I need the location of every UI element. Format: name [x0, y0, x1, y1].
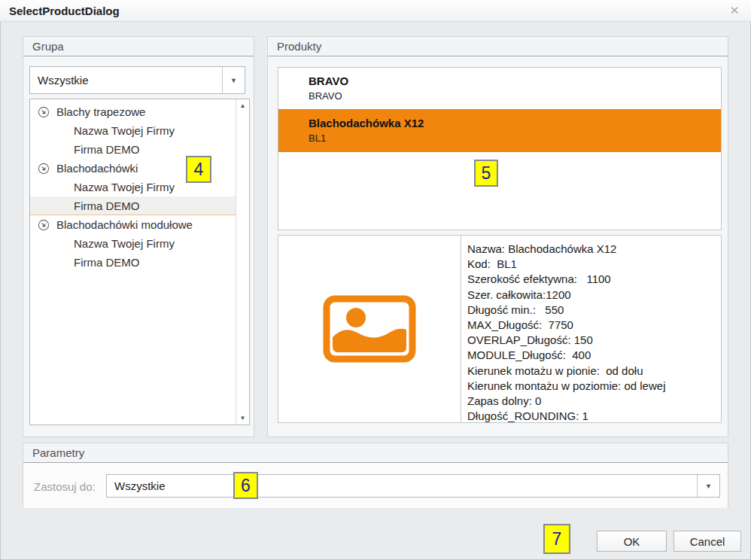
- product-detail-line: Kierunek motażu w pionie: od dołu: [467, 364, 721, 379]
- tree-item-label: Firma DEMO: [74, 256, 140, 269]
- group-filter-combobox[interactable]: Wszystkie ▼: [29, 66, 245, 94]
- product-detail-line: Szer. całkowita:1200: [467, 288, 721, 303]
- annotation-badge-5: 5: [474, 160, 498, 187]
- tree-item-label: Firma DEMO: [74, 143, 140, 156]
- product-detail-line: Szerokość efektywna: 1100: [467, 272, 721, 287]
- product-detail-line: OVERLAP_Długość: 150: [467, 333, 721, 348]
- scroll-down-icon[interactable]: ▼: [240, 412, 246, 425]
- tree-item[interactable]: Firma DEMO: [30, 196, 236, 215]
- chevron-down-icon[interactable]: ▼: [222, 67, 245, 93]
- tree-item[interactable]: Firma DEMO: [30, 253, 236, 272]
- expand-arrow-icon[interactable]: [38, 163, 50, 175]
- product-image-cell: [278, 236, 461, 422]
- tree-item-label: Nazwa Twojej Firmy: [74, 237, 175, 250]
- title-bar: SelectProductDialog ✕: [0, 0, 751, 22]
- close-icon[interactable]: ✕: [728, 4, 741, 17]
- tree-item-label: Firma DEMO: [74, 199, 140, 212]
- scroll-up-icon[interactable]: ▲: [240, 99, 246, 112]
- ok-button[interactable]: OK: [597, 531, 667, 552]
- tree-item[interactable]: Blachy trapezowe: [30, 102, 236, 121]
- cancel-button[interactable]: Cancel: [673, 531, 741, 552]
- product-list-item[interactable]: Blachodachówka X12BL1: [278, 109, 721, 152]
- product-name: Blachodachówka X12: [309, 117, 721, 129]
- tree-scrollbar[interactable]: ▲ ▼: [236, 99, 249, 425]
- select-product-dialog: { "window": { "title": "SelectProductDia…: [0, 0, 751, 560]
- tree-item-label: Nazwa Twojej Firmy: [74, 124, 175, 137]
- parameters-panel-title: Parametry: [23, 443, 728, 463]
- apply-to-value: Wszystkie: [107, 475, 697, 497]
- tree-item-label: Blachy trapezowe: [56, 105, 145, 118]
- products-panel: Produkty BRAVOBRAVOBlachodachówka X12BL1…: [267, 36, 728, 437]
- tree-item[interactable]: Nazwa Twojej Firmy: [30, 121, 236, 140]
- annotation-badge-4: 4: [186, 156, 211, 183]
- product-detail-line: Nazwa: Blachodachówka X12: [467, 242, 721, 257]
- product-detail-line: Długość min.: 550: [467, 303, 721, 318]
- products-panel-title: Produkty: [268, 37, 728, 56]
- annotation-badge-7: 7: [543, 524, 570, 554]
- tree-item-label: Nazwa Twojej Firmy: [74, 181, 175, 193]
- expand-arrow-icon[interactable]: [38, 219, 50, 231]
- product-details-text: Nazwa: Blachodachówka X12Kod: BL1Szeroko…: [461, 236, 721, 422]
- image-placeholder-icon: [323, 295, 416, 363]
- apply-to-label: Zastosuj do:: [34, 480, 96, 493]
- group-tree: ▲ ▼ Blachy trapezoweNazwa Twojej FirmyFi…: [29, 99, 250, 425]
- group-filter-value: Wszystkie: [30, 67, 222, 93]
- product-detail-line: Zapas dolny: 0: [467, 394, 721, 409]
- expand-arrow-icon[interactable]: [38, 106, 50, 118]
- group-panel: Grupa Wszystkie ▼ ▲ ▼ Blachy trapezoweNa…: [23, 36, 254, 437]
- product-detail-line: Kierunek montażu w poziomie: od lewej: [467, 379, 721, 394]
- product-code: BL1: [309, 132, 721, 144]
- product-detail-line: MAX_Długość: 7750: [467, 318, 721, 333]
- tree-item[interactable]: Blachodachówki modułowe: [30, 215, 236, 234]
- product-detail-line: Kod: BL1: [467, 257, 721, 272]
- tree-item[interactable]: Nazwa Twojej Firmy: [30, 234, 236, 253]
- product-name: BRAVO: [309, 75, 721, 87]
- product-detail-line: MODULE_Długość: 400: [467, 348, 721, 363]
- product-list-item[interactable]: BRAVOBRAVO: [278, 68, 721, 109]
- chevron-down-icon[interactable]: ▼: [697, 475, 719, 497]
- product-details: Nazwa: Blachodachówka X12Kod: BL1Szeroko…: [278, 235, 722, 423]
- tree-item-label: Blachodachówki: [56, 162, 138, 175]
- apply-to-combobox[interactable]: Wszystkie ▼: [106, 474, 720, 498]
- parameters-panel: Parametry Zastosuj do: Wszystkie ▼: [23, 443, 728, 508]
- product-code: BRAVO: [309, 90, 721, 102]
- group-panel-title: Grupa: [23, 37, 254, 56]
- product-list: BRAVOBRAVOBlachodachówka X12BL1: [278, 67, 722, 230]
- annotation-badge-6: 6: [233, 472, 258, 499]
- tree-item-label: Blachodachówki modułowe: [56, 218, 193, 231]
- product-detail-line: Długość_ROUNDING: 1: [467, 409, 721, 424]
- window-title: SelectProductDialog: [0, 5, 120, 17]
